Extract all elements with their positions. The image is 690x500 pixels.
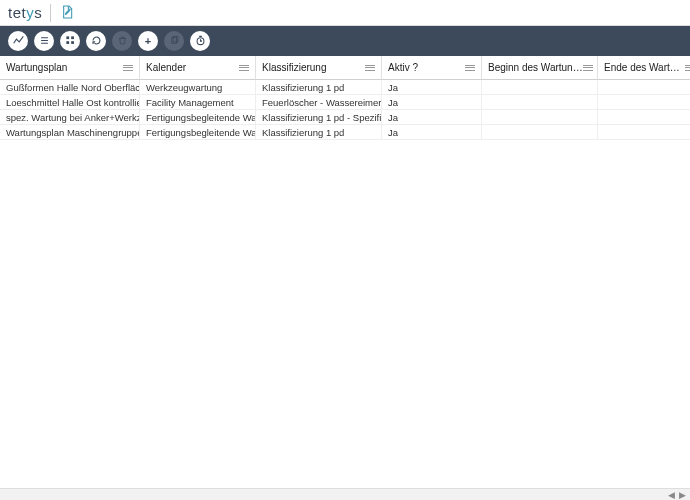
logo-text-pre: tet [8,4,26,21]
column-menu-icon[interactable] [365,62,377,74]
table-cell[interactable]: Ja [382,80,482,95]
column-header-label: Kalender [146,62,186,73]
column-header-label: Aktiv ? [388,62,418,73]
svg-rect-3 [71,41,74,44]
column-header[interactable]: Wartungsplan [0,56,140,80]
column-menu-icon[interactable] [123,62,135,74]
table-cell[interactable] [598,80,690,95]
plus-icon: + [145,36,151,47]
table-cell[interactable]: Wartungsplan Maschinengruppe [0,125,140,140]
app-logo: tetys [8,4,42,21]
table-cell[interactable]: Ja [382,125,482,140]
table-cell[interactable]: Ja [382,110,482,125]
table-cell[interactable]: Loeschmittel Halle Ost kontrollie... [0,95,140,110]
svg-rect-5 [173,36,178,42]
table-cell[interactable]: Gußformen Halle Nord Oberfläc... [0,80,140,95]
column-header-label: Beginn des Wartungsplans [488,62,583,73]
table-cell[interactable] [482,80,598,95]
table-cell[interactable]: Werkzeugwartung [140,80,256,95]
data-table: WartungsplanKalenderKlassifizierungAktiv… [0,56,690,488]
grid-button[interactable] [60,31,80,51]
refresh-button[interactable] [86,31,106,51]
pager: ◀ ▶ [668,490,686,500]
table-cell[interactable] [482,125,598,140]
list-button[interactable] [34,31,54,51]
svg-rect-0 [66,36,69,39]
table-cell[interactable]: Ja [382,95,482,110]
column-header[interactable]: Aktiv ? [382,56,482,80]
trash-icon [117,34,128,49]
column-menu-icon[interactable] [465,62,477,74]
svg-rect-4 [171,37,176,43]
column-header[interactable]: Beginn des Wartungsplans [482,56,598,80]
pager-next[interactable]: ▶ [679,490,686,500]
add-button[interactable]: + [138,31,158,51]
table-cell[interactable]: Klassifizierung 1 pd - Spezifizier... [256,110,382,125]
column-header[interactable]: Ende des Wartungsplans [598,56,690,80]
grid-icon [65,34,76,49]
timer-button[interactable] [190,31,210,51]
svg-rect-1 [71,36,74,39]
logo-text-post: s [34,4,42,21]
table-cell[interactable]: Feuerlöscher - Wassereimer [256,95,382,110]
svg-rect-2 [66,41,69,44]
chart-icon [13,34,24,49]
column-menu-icon[interactable] [685,62,690,74]
column-header-label: Ende des Wartungsplans [604,62,685,73]
table-cell[interactable]: Klassifizierung 1 pd [256,125,382,140]
status-bar: ◀ ▶ [0,488,690,500]
pager-prev[interactable]: ◀ [668,490,675,500]
header-divider [50,4,51,22]
copy-button[interactable] [164,31,184,51]
column-menu-icon[interactable] [239,62,251,74]
table-cell[interactable] [482,110,598,125]
table-cell[interactable] [598,95,690,110]
timer-icon [195,34,206,49]
table-cell[interactable] [598,110,690,125]
edit-document-icon[interactable] [59,4,75,22]
app-header: tetys [0,0,690,26]
column-header[interactable]: Klassifizierung [256,56,382,80]
table-cell[interactable] [482,95,598,110]
column-header-label: Wartungsplan [6,62,67,73]
table-cell[interactable]: Facility Management [140,95,256,110]
refresh-icon [91,34,102,49]
logo-text-accent: y [26,4,34,21]
column-header[interactable]: Kalender [140,56,256,80]
delete-button[interactable] [112,31,132,51]
copy-icon [169,34,180,49]
list-icon [39,34,50,49]
table-cell[interactable] [598,125,690,140]
column-header-label: Klassifizierung [262,62,326,73]
table-cell[interactable]: Fertigungsbegleitende Wartung/... [140,110,256,125]
table-cell[interactable]: Klassifizierung 1 pd [256,80,382,95]
column-menu-icon[interactable] [583,62,593,74]
main-toolbar: + [0,26,690,56]
table-cell[interactable]: spez. Wartung bei Anker+Werkz... [0,110,140,125]
chart-button[interactable] [8,31,28,51]
table-cell[interactable]: Fertigungsbegleitende Wartung/... [140,125,256,140]
